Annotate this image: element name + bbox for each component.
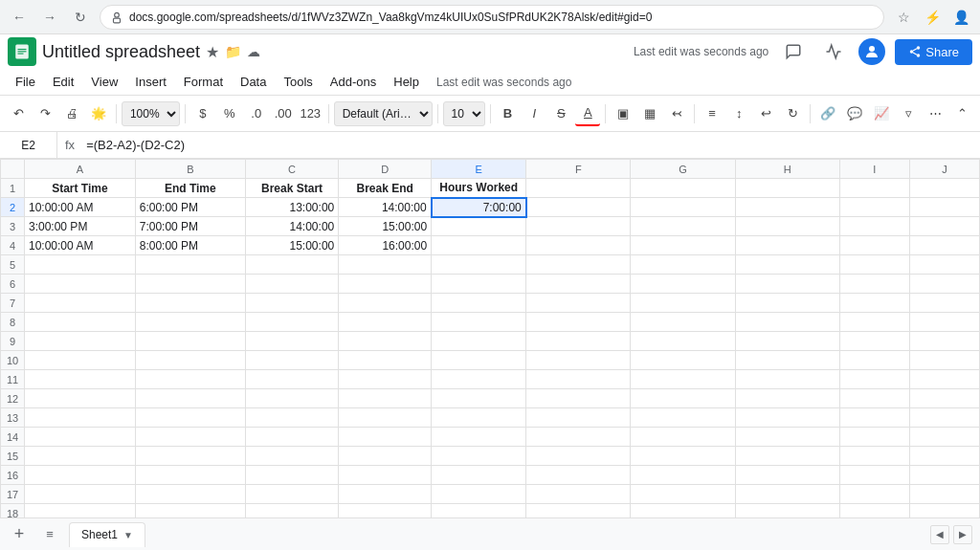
cell-10-E[interactable] xyxy=(432,351,526,370)
cell-15-C[interactable] xyxy=(245,447,338,466)
cell-7-D[interactable] xyxy=(339,294,432,313)
cell-11-I[interactable] xyxy=(839,370,909,389)
cell-6-F[interactable] xyxy=(526,275,631,294)
user-avatar-icon[interactable] xyxy=(858,38,885,65)
menu-help[interactable]: Help xyxy=(386,72,427,92)
row-number[interactable]: 11 xyxy=(1,370,25,389)
chart-button[interactable]: 📈 xyxy=(869,101,894,126)
decimal-decrease-button[interactable]: .0 xyxy=(244,101,269,126)
cell-7-B[interactable] xyxy=(135,294,245,313)
cell-5-E[interactable] xyxy=(432,255,526,275)
more-button[interactable]: ⋯ xyxy=(923,101,947,126)
address-bar[interactable]: docs.google.com/spreadsheets/d/1fWVz3ZWZ… xyxy=(100,5,884,30)
cell-17-C[interactable] xyxy=(245,485,338,504)
collapse-button[interactable]: ⌃ xyxy=(949,101,974,126)
cell-4-G[interactable] xyxy=(631,236,735,255)
cell-8-F[interactable] xyxy=(526,313,631,332)
cell-17-H[interactable] xyxy=(735,485,839,504)
cell-17-J[interactable] xyxy=(909,485,979,504)
share-button[interactable]: Share xyxy=(895,39,972,65)
cell-9-F[interactable] xyxy=(526,332,631,351)
row-number[interactable]: 13 xyxy=(1,408,25,428)
cell-6-C[interactable] xyxy=(245,275,338,294)
cell-15-I[interactable] xyxy=(839,447,909,466)
cell-5-J[interactable] xyxy=(909,255,979,275)
cell-1-I[interactable] xyxy=(839,179,909,198)
cell-8-H[interactable] xyxy=(735,313,839,332)
cell-10-A[interactable] xyxy=(25,351,136,370)
row-number[interactable]: 17 xyxy=(1,485,25,504)
cell-16-F[interactable] xyxy=(526,466,631,485)
scroll-left-button[interactable]: ◀ xyxy=(930,525,949,544)
extension-icon[interactable]: ⚡ xyxy=(921,6,944,29)
cell-18-J[interactable] xyxy=(909,504,979,518)
cell-12-A[interactable] xyxy=(25,389,136,408)
row-number[interactable]: 10 xyxy=(1,351,25,370)
cell-1-B[interactable]: End Time xyxy=(135,179,245,198)
cell-16-B[interactable] xyxy=(135,466,245,485)
cell-17-D[interactable] xyxy=(339,485,432,504)
cell-10-I[interactable] xyxy=(839,351,909,370)
col-header-J[interactable]: J xyxy=(909,160,979,179)
cell-15-H[interactable] xyxy=(735,447,839,466)
bold-button[interactable]: B xyxy=(495,101,520,126)
cell-18-A[interactable] xyxy=(25,504,136,518)
col-header-G[interactable]: G xyxy=(631,160,735,179)
cell-13-G[interactable] xyxy=(631,408,735,428)
cell-5-B[interactable] xyxy=(135,255,245,275)
cell-17-A[interactable] xyxy=(25,485,136,504)
cell-8-C[interactable] xyxy=(245,313,338,332)
cell-12-B[interactable] xyxy=(135,389,245,408)
cell-15-D[interactable] xyxy=(339,447,432,466)
menu-tools[interactable]: Tools xyxy=(276,72,320,92)
cell-7-I[interactable] xyxy=(839,294,909,313)
cell-14-J[interactable] xyxy=(909,428,979,447)
sheet-grid[interactable]: A B C D E F G H I J 1Start TimeEnd TimeB… xyxy=(0,159,980,517)
scroll-right-button[interactable]: ▶ xyxy=(953,525,972,544)
star-icon[interactable]: ★ xyxy=(206,43,219,61)
cell-14-C[interactable] xyxy=(245,428,338,447)
bookmark-icon[interactable]: ☆ xyxy=(892,6,915,29)
cell-6-I[interactable] xyxy=(839,275,909,294)
cell-11-E[interactable] xyxy=(432,370,526,389)
cell-1-H[interactable] xyxy=(735,179,839,198)
row-number[interactable]: 5 xyxy=(1,255,25,275)
cell-11-J[interactable] xyxy=(909,370,979,389)
cell-17-E[interactable] xyxy=(432,485,526,504)
cell-5-D[interactable] xyxy=(339,255,432,275)
cell-9-J[interactable] xyxy=(909,332,979,351)
cell-14-D[interactable] xyxy=(339,428,432,447)
row-number[interactable]: 7 xyxy=(1,294,25,313)
cell-18-H[interactable] xyxy=(735,504,839,518)
cell-10-G[interactable] xyxy=(631,351,735,370)
font-size-select[interactable]: 10 xyxy=(443,101,485,126)
row-number[interactable]: 16 xyxy=(1,466,25,485)
cell-10-C[interactable] xyxy=(245,351,338,370)
cell-3-G[interactable] xyxy=(631,217,735,236)
cell-12-E[interactable] xyxy=(432,389,526,408)
cell-17-I[interactable] xyxy=(839,485,909,504)
cell-2-D[interactable]: 14:00:00 xyxy=(339,198,432,217)
cell-8-B[interactable] xyxy=(135,313,245,332)
cell-1-D[interactable]: Break End xyxy=(339,179,432,198)
cell-1-E[interactable]: Hours Worked xyxy=(432,179,526,198)
cell-5-A[interactable] xyxy=(25,255,136,275)
cell-7-H[interactable] xyxy=(735,294,839,313)
cell-4-F[interactable] xyxy=(526,236,631,255)
cell-9-C[interactable] xyxy=(245,332,338,351)
cell-3-C[interactable]: 14:00:00 xyxy=(245,217,338,236)
cell-2-A[interactable]: 10:00:00 AM xyxy=(25,198,136,217)
cell-8-D[interactable] xyxy=(339,313,432,332)
wrap-button[interactable]: ↩ xyxy=(753,101,778,126)
cell-reference[interactable]: E2 xyxy=(0,132,57,158)
cell-9-D[interactable] xyxy=(339,332,432,351)
cell-17-G[interactable] xyxy=(631,485,735,504)
zoom-select[interactable]: 100% xyxy=(122,101,180,126)
comment-button[interactable]: 💬 xyxy=(842,101,867,126)
borders-button[interactable]: ▦ xyxy=(637,101,662,126)
cell-16-C[interactable] xyxy=(245,466,338,485)
cell-9-G[interactable] xyxy=(631,332,735,351)
row-number[interactable]: 12 xyxy=(1,389,25,408)
cell-4-I[interactable] xyxy=(839,236,909,255)
row-number[interactable]: 1 xyxy=(1,179,25,198)
